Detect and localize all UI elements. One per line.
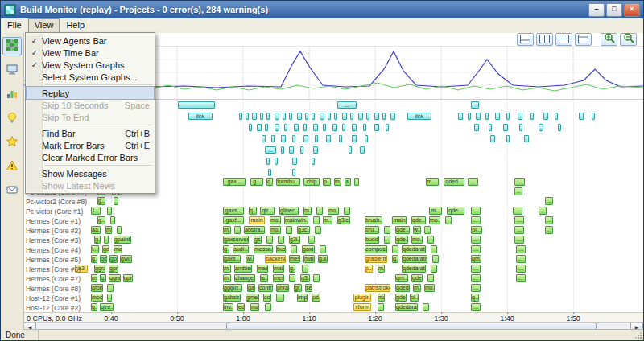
- task-bar[interactable]: m...: [91, 274, 97, 282]
- task-bar[interactable]: qgra...: [109, 274, 121, 282]
- task-bar[interactable]: ed...: [237, 303, 245, 311]
- task-bar[interactable]: qded...: [444, 178, 464, 186]
- task-bar[interactable]: [104, 236, 109, 244]
- task-bar[interactable]: mes...: [289, 255, 300, 263]
- task-bar[interactable]: ...: [513, 207, 522, 215]
- task-bar[interactable]: g3...: [300, 274, 310, 282]
- prep-task-bar[interactable]: [476, 113, 481, 120]
- task-bar[interactable]: g...: [100, 274, 106, 282]
- task-bar[interactable]: q...: [392, 255, 398, 263]
- task-bar[interactable]: ...: [514, 226, 524, 234]
- menubar-item-view[interactable]: View: [28, 18, 60, 33]
- task-bar[interactable]: [344, 207, 350, 215]
- prep-task-bar[interactable]: [474, 124, 479, 131]
- task-bar[interactable]: gmenu: [246, 294, 259, 302]
- prep-task-bar[interactable]: [300, 146, 303, 154]
- layout-pane-single-button[interactable]: [575, 33, 592, 46]
- task-bar[interactable]: inv...: [223, 303, 233, 311]
- task-bar[interactable]: qd...: [100, 255, 107, 263]
- link-bar[interactable]: link: [407, 113, 431, 120]
- task-bar[interactable]: g...: [94, 236, 101, 244]
- task-bar[interactable]: [427, 236, 434, 244]
- task-bar[interactable]: m...: [223, 226, 231, 234]
- menu-item-view-time-bar[interactable]: ✓View Time Bar: [27, 47, 154, 59]
- task-bar[interactable]: m...: [223, 265, 231, 273]
- task-bar[interactable]: gde...: [411, 274, 423, 282]
- prep-task-bar[interactable]: ...: [265, 146, 276, 154]
- task-bar[interactable]: contr...: [258, 284, 273, 292]
- layout-pane-split-button[interactable]: [536, 33, 553, 46]
- task-bar[interactable]: [107, 294, 112, 302]
- task-bar[interactable]: ...: [471, 236, 481, 244]
- menu-item-select-system-graphs[interactable]: Select System Graphs...: [27, 71, 154, 83]
- prep-task-bar[interactable]: [490, 135, 495, 142]
- prep-task-bar[interactable]: [284, 124, 287, 131]
- prep-task-bar[interactable]: [271, 135, 275, 142]
- task-bar[interactable]: qde...: [395, 236, 408, 244]
- task-bar[interactable]: m...: [223, 274, 231, 282]
- task-bar[interactable]: abstra...: [244, 226, 265, 234]
- task-bar[interactable]: is...: [260, 274, 268, 282]
- task-bar[interactable]: m...: [378, 265, 385, 273]
- prep-task-bar[interactable]: [506, 113, 510, 120]
- task-bar[interactable]: mes...: [257, 265, 268, 273]
- task-bar[interactable]: m...: [105, 226, 112, 234]
- prep-task-bar[interactable]: [266, 158, 270, 165]
- task-bar[interactable]: ...: [516, 274, 526, 282]
- task-bar[interactable]: ...: [514, 236, 524, 244]
- task-bar[interactable]: ma...: [250, 303, 259, 311]
- task-bar[interactable]: ma...: [378, 294, 385, 302]
- prep-task-bar[interactable]: [326, 135, 331, 142]
- task-bar[interactable]: [378, 303, 384, 311]
- task-bar[interactable]: gaxserver...: [223, 236, 249, 244]
- task-bar[interactable]: mes...: [273, 274, 284, 282]
- task-bar[interactable]: formbu...: [276, 178, 300, 186]
- prep-task-bar[interactable]: [266, 113, 270, 120]
- prep-task-bar[interactable]: [358, 113, 363, 120]
- prep-task-bar[interactable]: [579, 113, 584, 120]
- prep-task-bar[interactable]: [292, 135, 295, 142]
- task-bar[interactable]: q...: [266, 178, 273, 186]
- task-bar[interactable]: aa...: [91, 226, 101, 234]
- task-bar[interactable]: [234, 226, 241, 234]
- task-bar[interactable]: [316, 207, 323, 215]
- task-bar[interactable]: messa...: [254, 245, 273, 253]
- task-bar[interactable]: [110, 216, 115, 224]
- task-bar[interactable]: ...: [516, 245, 526, 253]
- task-bar[interactable]: qde...: [411, 216, 426, 224]
- task-bar[interactable]: main: [303, 255, 315, 263]
- task-bar[interactable]: [276, 294, 284, 302]
- summary-chart-button[interactable]: [2, 85, 22, 104]
- task-bar[interactable]: qfont: [91, 284, 103, 292]
- task-bar[interactable]: [315, 226, 321, 234]
- task-bar[interactable]: [313, 216, 320, 224]
- prep-task-bar[interactable]: ...: [337, 101, 357, 109]
- task-bar[interactable]: qdedarative...: [402, 255, 427, 263]
- task-bar[interactable]: [313, 274, 320, 282]
- prep-task-bar[interactable]: [257, 124, 262, 131]
- prep-task-bar[interactable]: [530, 113, 534, 120]
- task-bar[interactable]: g3i...: [289, 236, 300, 244]
- menu-item-skip-10-seconds[interactable]: Skip 10 SecondsSpace: [27, 99, 154, 111]
- task-bar[interactable]: m...: [303, 207, 312, 215]
- progress-grid-button[interactable]: [2, 37, 22, 55]
- prep-task-bar[interactable]: [320, 113, 324, 120]
- prep-task-bar[interactable]: [506, 135, 510, 142]
- resize-grip[interactable]: [634, 331, 642, 339]
- task-bar[interactable]: qded...: [395, 284, 410, 292]
- prep-task-bar[interactable]: [543, 113, 548, 120]
- prep-task-bar[interactable]: [265, 124, 268, 131]
- task-bar[interactable]: changepr...: [234, 274, 255, 282]
- menu-item-replay[interactable]: Replay: [27, 87, 154, 99]
- prep-task-bar[interactable]: [305, 113, 308, 120]
- task-bar[interactable]: q...: [471, 294, 479, 302]
- task-bar[interactable]: qde...: [395, 226, 410, 234]
- task-bar[interactable]: brush...: [365, 216, 382, 224]
- menu-item-view-agents-bar[interactable]: ✓View Agents Bar: [27, 35, 154, 47]
- prep-task-bar[interactable]: [246, 113, 249, 120]
- task-bar[interactable]: ..: [545, 197, 553, 205]
- task-bar[interactable]: m...: [323, 216, 332, 224]
- task-bar[interactable]: l...: [91, 207, 101, 215]
- prep-task-bar[interactable]: [275, 124, 279, 131]
- task-bar[interactable]: glinec...: [279, 207, 299, 215]
